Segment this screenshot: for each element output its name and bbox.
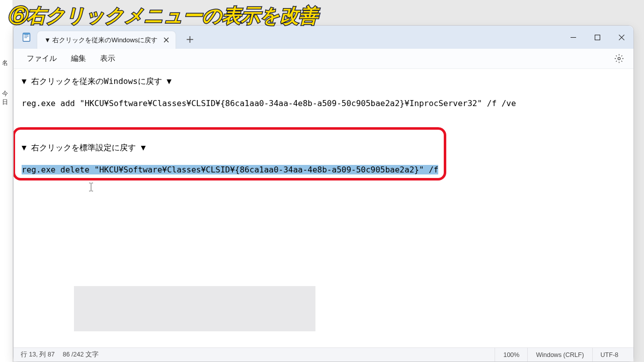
settings-button[interactable] bbox=[611, 51, 626, 66]
titlebar: ▼ 右クリックを従来のWindowsに戻す bbox=[14, 26, 633, 49]
blank-line bbox=[22, 131, 625, 142]
blank-line bbox=[22, 109, 625, 120]
column-header-name: 名 bbox=[2, 55, 13, 70]
status-zoom[interactable]: 100% bbox=[495, 348, 527, 361]
blank-line bbox=[22, 153, 625, 164]
menu-file[interactable]: ファイル bbox=[20, 51, 64, 66]
svg-rect-10 bbox=[595, 35, 600, 40]
maximize-button[interactable] bbox=[585, 26, 609, 48]
svg-rect-4 bbox=[23, 33, 30, 35]
window-controls bbox=[561, 26, 633, 49]
minimize-button[interactable] bbox=[561, 26, 585, 48]
menu-edit[interactable]: 編集 bbox=[64, 51, 93, 66]
status-cursor-position: 行 13, 列 87 bbox=[21, 350, 63, 359]
status-char-count: 86 /242 文字 bbox=[63, 350, 107, 359]
explorer-sidebar-partial: 名 今日 bbox=[0, 0, 13, 362]
svg-point-13 bbox=[618, 57, 620, 60]
menu-view[interactable]: 表示 bbox=[93, 51, 122, 66]
tab-title: ▼ 右クリックを従来のWindowsに戻す bbox=[44, 36, 157, 45]
blank-line bbox=[22, 87, 625, 98]
document-tab[interactable]: ▼ 右クリックを従来のWindowsに戻す bbox=[37, 31, 176, 49]
status-encoding[interactable]: UTF-8 bbox=[592, 348, 626, 361]
overlay-gray-panel bbox=[74, 286, 315, 331]
blank-line bbox=[22, 120, 625, 131]
new-tab-button[interactable] bbox=[182, 32, 197, 47]
text-line: ▼ 右クリックを標準設定に戻す ▼ bbox=[22, 142, 625, 153]
tab-close-button[interactable] bbox=[162, 36, 171, 45]
status-line-ending[interactable]: Windows (CRLF) bbox=[527, 348, 592, 361]
group-today: 今日 bbox=[2, 90, 13, 106]
close-window-button[interactable] bbox=[609, 26, 633, 48]
text-editor-area[interactable]: ▼ 右クリックを従来のWindowsに戻す ▼ reg.exe add "HKC… bbox=[14, 69, 633, 347]
text-line: reg.exe add "HKCU¥Software¥Classes¥CLSID… bbox=[22, 98, 625, 109]
notepad-app-icon bbox=[21, 31, 33, 43]
text-line-selected: reg.exe delete "HKCU¥Software¥Classes¥CL… bbox=[22, 164, 625, 175]
text-line: ▼ 右クリックを従来のWindowsに戻す ▼ bbox=[22, 76, 625, 87]
video-overlay-title: ⑥右クリックメニューの表示を改善 bbox=[8, 3, 318, 29]
menubar: ファイル 編集 表示 bbox=[14, 49, 633, 69]
statusbar: 行 13, 列 87 86 /242 文字 100% Windows (CRLF… bbox=[14, 347, 633, 361]
text-cursor-icon bbox=[89, 183, 90, 192]
notepad-window: ▼ 右クリックを従来のWindowsに戻す ファイル 編集 表示 bbox=[13, 25, 634, 362]
